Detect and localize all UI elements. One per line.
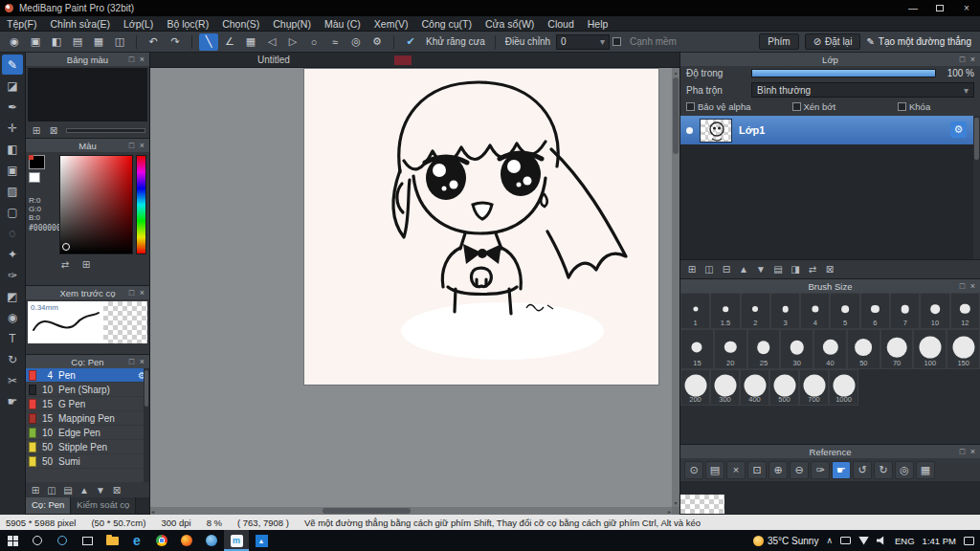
add-palette-icon[interactable]: ⊞: [30, 124, 43, 138]
secondary-color-swatch[interactable]: [29, 172, 40, 183]
pages-icon[interactable]: ▤: [68, 33, 87, 51]
close-icon[interactable]: ×: [137, 54, 147, 64]
notification-center-icon[interactable]: [964, 537, 974, 545]
open-reference-icon[interactable]: ▤: [705, 461, 724, 479]
layer-folder-icon[interactable]: ▤: [771, 263, 785, 276]
opacity-slider[interactable]: [751, 69, 936, 77]
grid-icon[interactable]: ▦: [916, 461, 935, 479]
brush-down-icon[interactable]: ▼: [94, 483, 107, 496]
brush-size-12[interactable]: 12: [950, 293, 980, 329]
add-brush-icon[interactable]: ⊞: [29, 483, 42, 496]
brush-item[interactable]: 50 Stipple Pen: [26, 440, 149, 454]
photos-icon[interactable]: ▲: [249, 530, 274, 551]
palette-swatch-area[interactable]: [28, 68, 147, 121]
brush-size-4[interactable]: 4: [800, 293, 830, 329]
weather-widget[interactable]: 35°C Sunny: [753, 536, 818, 546]
eyedropper-icon[interactable]: ✑: [811, 461, 830, 479]
brush-size-6[interactable]: 6: [860, 293, 890, 329]
fill-tool[interactable]: ◧: [2, 139, 23, 159]
pin-icon[interactable]: ⊙: [684, 461, 703, 479]
drawing-canvas[interactable]: [304, 69, 658, 385]
layout-icon[interactable]: ◫: [110, 33, 129, 51]
menu-item-7[interactable]: Xem(V): [368, 18, 415, 30]
blend-mode-dropdown[interactable]: Bình thường ▾: [751, 82, 974, 98]
network-icon[interactable]: [858, 537, 869, 545]
display-icon[interactable]: [840, 537, 851, 544]
add-color-icon[interactable]: ⊞: [79, 257, 93, 271]
redo-button[interactable]: ↷: [166, 33, 185, 51]
lock-checkbox[interactable]: [898, 102, 906, 111]
brush-item[interactable]: 50 Sumi: [26, 454, 149, 469]
maximize-button[interactable]: [926, 0, 953, 16]
grid-tool[interactable]: ▦: [241, 33, 260, 51]
save-icon[interactable]: ▣: [26, 33, 45, 51]
snap-center-tool[interactable]: ◎: [346, 33, 366, 51]
rotate-cw-icon[interactable]: ↻: [874, 461, 893, 479]
cortana-button[interactable]: [50, 530, 75, 551]
brush-size-15[interactable]: 15: [680, 329, 714, 369]
popout-icon[interactable]: □: [126, 140, 137, 150]
tab-brush-control[interactable]: Kiểm soát cọ: [71, 497, 136, 514]
soft-edge-checkbox[interactable]: [612, 37, 621, 46]
close-icon[interactable]: ×: [137, 287, 147, 298]
firefox-icon[interactable]: [174, 530, 199, 551]
fit-view-icon[interactable]: ⊡: [747, 461, 767, 479]
brush-size-150[interactable]: 150: [947, 329, 980, 369]
brush-size-1000[interactable]: 1000: [829, 369, 858, 406]
transfer-layer-icon[interactable]: ⇄: [806, 263, 819, 276]
menu-item-5[interactable]: Chụp(N): [266, 18, 318, 30]
brush-tool[interactable]: ✎: [2, 55, 23, 75]
eraser-tool[interactable]: ◪: [2, 76, 23, 96]
brush-size-40[interactable]: 40: [813, 329, 847, 369]
select-pen-tool[interactable]: ✑: [2, 265, 23, 285]
layer-down-icon[interactable]: ▼: [754, 263, 768, 276]
saturation-value-field[interactable]: [59, 155, 133, 254]
ellipse-tool[interactable]: ○: [304, 33, 323, 51]
brush-size-3[interactable]: 3: [770, 293, 800, 329]
magic-wand-tool[interactable]: ✦: [2, 244, 23, 264]
volume-icon[interactable]: [877, 536, 887, 545]
file-explorer-icon[interactable]: [100, 530, 124, 551]
hand-icon[interactable]: ☛: [832, 461, 851, 479]
medibang-taskbar-icon[interactable]: m: [224, 530, 249, 551]
document-tab[interactable]: Untitled: [257, 55, 290, 65]
duplicate-layer-icon[interactable]: ◫: [702, 263, 716, 276]
brush-item[interactable]: 15 G Pen: [26, 397, 149, 411]
brush-size-1[interactable]: 1: [680, 293, 710, 329]
close-icon[interactable]: ×: [968, 280, 978, 291]
antialias-check-icon[interactable]: ✔: [401, 33, 420, 51]
zoom-out-icon[interactable]: ⊖: [790, 461, 809, 479]
key-button[interactable]: Phím: [759, 33, 798, 50]
polyline-tool[interactable]: ∠: [220, 33, 239, 51]
brush-size-10[interactable]: 10: [920, 293, 949, 329]
vertical-scrollbar[interactable]: ▴▾: [672, 68, 679, 507]
target-icon[interactable]: ◎: [895, 461, 914, 479]
close-icon[interactable]: ×: [137, 356, 147, 366]
eyedropper-tool[interactable]: ◉: [2, 307, 23, 327]
clipping-checkbox[interactable]: [792, 102, 801, 111]
brush-item[interactable]: 4 Pen ⚙: [26, 368, 149, 383]
close-icon[interactable]: ×: [968, 446, 978, 456]
menu-item-3[interactable]: Bộ lọc(R): [160, 18, 215, 30]
brush-folder-icon[interactable]: ▤: [61, 483, 75, 496]
layer-list-scrollbar[interactable]: [973, 116, 980, 259]
hue-slider[interactable]: [136, 155, 146, 254]
angle-right-tool[interactable]: ▷: [283, 33, 302, 51]
select-rect-tool[interactable]: ▢: [2, 202, 23, 222]
brush-size-70[interactable]: 70: [880, 329, 914, 369]
brush-size-200[interactable]: 200: [680, 369, 710, 406]
zoom-in-icon[interactable]: ⊕: [768, 461, 788, 479]
menu-item-10[interactable]: Cloud: [541, 18, 580, 30]
menu-item-11[interactable]: Help: [581, 18, 615, 30]
search-button[interactable]: [25, 530, 50, 551]
move-tool[interactable]: ✛: [2, 118, 23, 138]
gradient-tool[interactable]: ▨: [2, 181, 23, 201]
hidden-icons-chevron[interactable]: ∧: [826, 536, 833, 545]
task-view-button[interactable]: [75, 530, 100, 551]
angle-left-tool[interactable]: ◁: [262, 33, 281, 51]
menu-item-4[interactable]: Chọn(S): [215, 18, 266, 30]
grid-view-icon[interactable]: ▦: [89, 33, 108, 51]
brush-list-scrollbar[interactable]: [144, 368, 149, 482]
popout-icon[interactable]: □: [957, 280, 968, 291]
brush-size-100[interactable]: 100: [913, 329, 947, 369]
